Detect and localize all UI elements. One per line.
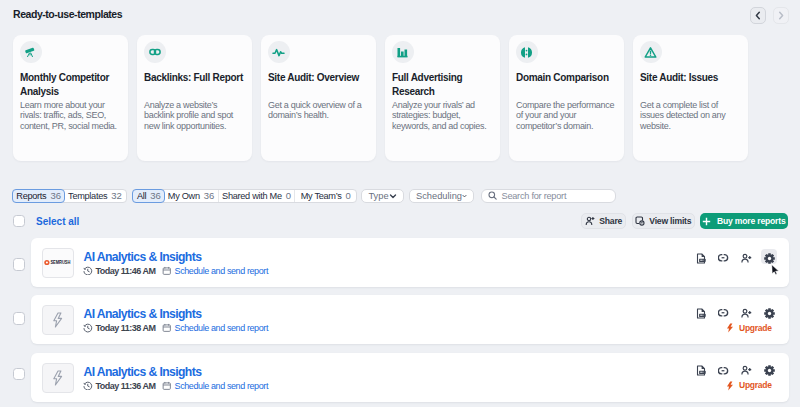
svg-text:SEMRUSH: SEMRUSH	[51, 260, 71, 265]
